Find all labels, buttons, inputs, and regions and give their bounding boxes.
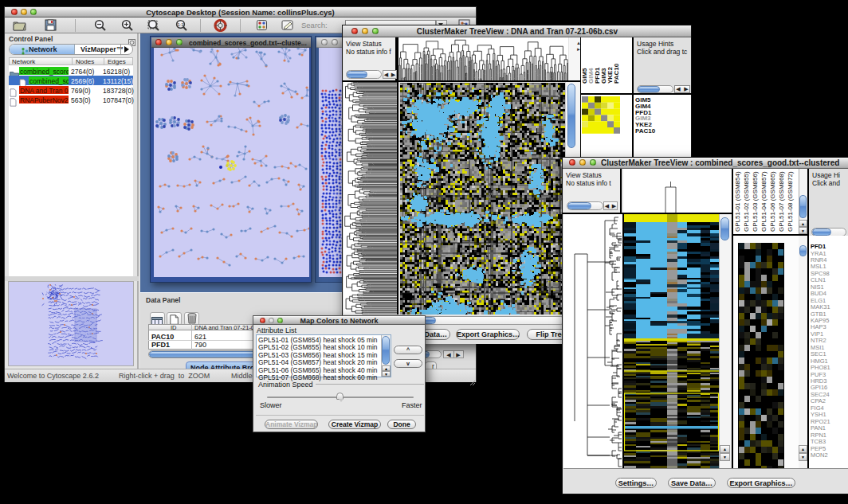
svg-text:PAC10: PAC10 [613,63,620,84]
svg-text:GPL51-06 (GSM865): GPL51-06 (GSM865) [769,171,776,232]
svg-text:GPL51-04 (GSM857): GPL51-04 (GSM857) [760,171,768,232]
svg-text:GPL51-01 (GSM854): GPL51-01 (GSM854) [734,171,741,232]
svg-text:GPL51-07 (GSM868): GPL51-07 (GSM868) [778,171,785,232]
svg-text:GPL51-03 (GSM856): GPL51-03 (GSM856) [752,171,759,232]
svg-text:1:1: 1:1 [178,22,184,27]
svg-text:GPL51-08 (GSM872): GPL51-08 (GSM872) [787,171,794,232]
svg-text:GPL51-02 (GSM855): GPL51-02 (GSM855) [743,171,750,232]
